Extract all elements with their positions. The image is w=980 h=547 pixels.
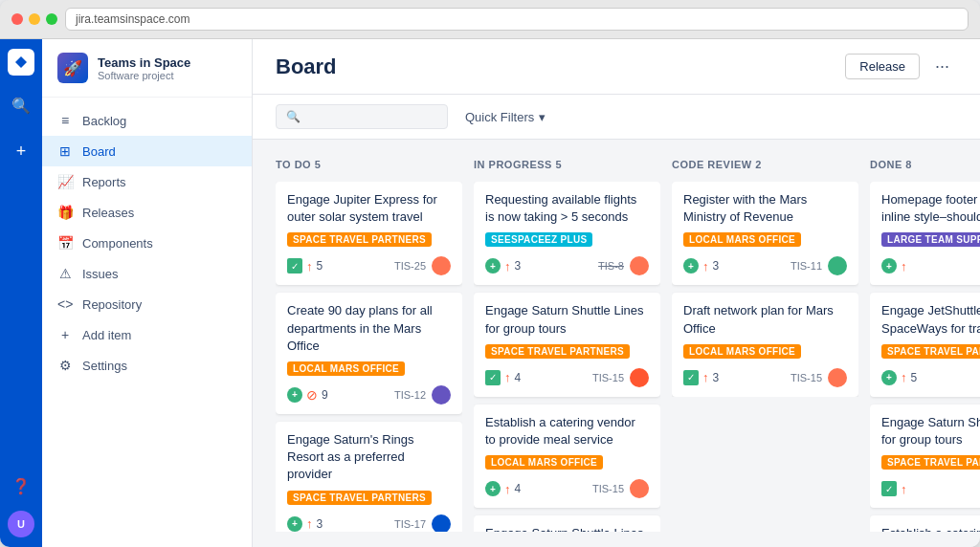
card-footer: + ↑ 3 TIS-17	[287, 514, 451, 533]
card-tis17[interactable]: Engage Saturn's Rings Resort as a prefer…	[276, 422, 462, 532]
maximize-dot[interactable]	[46, 13, 57, 25]
card-title: Register with the Mars Ministry of Reven…	[683, 191, 847, 226]
card-footer: ✓ ↑ 5 TIS-25	[287, 256, 451, 275]
card-title: Requesting available flights is now taki…	[485, 191, 649, 226]
card-avatar	[432, 385, 451, 405]
nav-help-icon[interactable]: ❓	[6, 471, 36, 501]
sidebar-item-issues[interactable]: ⚠ Issues	[42, 258, 252, 289]
sidebar-label-reports: Reports	[82, 175, 126, 189]
settings-icon: ⚙	[57, 358, 73, 373]
column-done: DONE 8 Homepage footer uses an inline st…	[870, 155, 980, 532]
priority-icon: ↑	[901, 259, 907, 274]
quick-filters-label: Quick Filters	[465, 110, 534, 124]
nav-search-icon[interactable]: 🔍	[6, 91, 36, 120]
priority-icon: ↑	[702, 259, 709, 274]
check-icon: ✓	[881, 481, 897, 496]
user-avatar[interactable]: U	[8, 511, 34, 537]
card-inprogress-shuttle2[interactable]: Engage Saturn Shuttle Lines for group to…	[474, 515, 660, 532]
priority-icon: ↑	[504, 370, 511, 384]
sidebar-label-repository: Repository	[82, 297, 142, 312]
backlog-icon: ≡	[57, 113, 73, 128]
project-icon: 🚀	[57, 53, 88, 83]
card-count: 4	[515, 482, 522, 495]
minimize-dot[interactable]	[29, 13, 40, 25]
app-logo[interactable]	[8, 49, 34, 76]
sidebar-item-board[interactable]: ⊞ Board	[42, 136, 252, 166]
plus-icon: +	[683, 258, 699, 274]
card-tis23[interactable]: Engage JetShuttle SpaceWays for travel S…	[870, 293, 980, 396]
column-done-cards: Homepage footer uses an inline style–sho…	[870, 182, 980, 532]
sidebar-label-settings: Settings	[82, 359, 127, 373]
app-container: 🔍 + ❓ U 🚀 Teams in Space Software projec…	[0, 39, 980, 547]
issues-icon: ⚠	[57, 266, 73, 281]
card-done-catering[interactable]: Establish a catering vendor to provide m…	[870, 515, 980, 532]
card-title: Establish a catering vendor to provide m…	[485, 414, 649, 449]
column-todo: TO DO 5 Engage Jupiter Express for outer…	[276, 155, 462, 532]
column-inprogress: IN PROGRESS 5 Requesting available fligh…	[474, 155, 660, 532]
card-footer: + ↑ 3 TIS-11	[683, 256, 847, 275]
quick-filters-button[interactable]: Quick Filters ▾	[457, 105, 553, 129]
card-id: TIS-12	[394, 389, 426, 401]
card-tis12[interactable]: Create 90 day plans for all departments …	[276, 293, 462, 414]
card-id: TIS-15	[592, 372, 624, 383]
sidebar-label-backlog: Backlog	[82, 114, 126, 128]
card-avatar	[630, 256, 649, 275]
card-footer: + ↑ 3 TIS-8	[485, 256, 649, 275]
project-sidebar: 🚀 Teams in Space Software project ≡ Back…	[42, 39, 253, 547]
window-controls	[11, 13, 57, 25]
card-id: TIS-11	[791, 260, 822, 272]
card-tag: LOCAL MARS OFFICE	[683, 344, 801, 359]
card-avatar	[828, 256, 847, 275]
card-tis8[interactable]: Requesting available flights is now taki…	[474, 182, 660, 285]
card-tag: SEESPACEEZ PLUS	[485, 232, 592, 247]
card-done-shuttle[interactable]: Engage Saturn Shuttle Lines for group to…	[870, 405, 980, 508]
additem-icon: +	[57, 327, 73, 342]
priority-icon: ↑	[901, 482, 907, 496]
card-footer: + ↑ TIS-68	[881, 256, 980, 275]
sidebar-item-releases[interactable]: 🎁 Releases	[42, 197, 252, 228]
reports-icon: 📈	[57, 174, 73, 189]
sidebar-item-additem[interactable]: + Add item	[42, 319, 252, 350]
priority-icon: ↑	[901, 370, 907, 384]
card-id: TIS-15	[592, 483, 624, 494]
sidebar-item-reports[interactable]: 📈 Reports	[42, 166, 252, 197]
card-title: Engage Jupiter Express for outer solar s…	[287, 191, 451, 226]
card-tis25[interactable]: Engage Jupiter Express for outer solar s…	[276, 182, 462, 285]
project-type: Software project	[98, 70, 190, 81]
priority-icon: ↑	[504, 259, 511, 274]
card-count: 3	[317, 517, 323, 531]
search-box[interactable]: 🔍	[276, 104, 448, 129]
board-icon: ⊞	[57, 143, 73, 159]
card-title: Draft network plan for Mars Office	[683, 302, 847, 337]
check-icon: ✓	[683, 370, 699, 385]
plus-icon: +	[287, 387, 302, 403]
card-tis11[interactable]: Register with the Mars Ministry of Reven…	[672, 182, 858, 285]
sidebar-item-backlog[interactable]: ≡ Backlog	[42, 105, 252, 136]
card-tis15-catering[interactable]: Establish a catering vendor to provide m…	[474, 405, 660, 508]
card-tis15-shuttle[interactable]: Engage Saturn Shuttle Lines for group to…	[474, 293, 660, 396]
release-button[interactable]: Release	[845, 54, 920, 79]
card-tis15-mars[interactable]: Draft network plan for Mars Office LOCAL…	[672, 293, 858, 396]
sidebar-item-settings[interactable]: ⚙ Settings	[42, 350, 252, 381]
check-icon: ✓	[485, 370, 501, 385]
stop-icon: ⊘	[306, 387, 318, 403]
card-tis68[interactable]: Homepage footer uses an inline style–sho…	[870, 182, 980, 285]
card-count: 5	[911, 371, 918, 384]
project-name: Teams in Space	[98, 55, 190, 70]
browser-toolbar: jira.teamsinspace.com	[0, 0, 980, 39]
board-area: TO DO 5 Engage Jupiter Express for outer…	[253, 140, 980, 547]
card-id: TIS-25	[394, 260, 426, 272]
more-button[interactable]: ···	[927, 53, 957, 80]
page-title: Board	[276, 55, 337, 79]
card-footer: ✓ ↑ 3 TIS-15	[683, 368, 847, 387]
card-tag: SPACE TRAVEL PARTNERS	[287, 491, 432, 505]
sidebar-item-repository[interactable]: <> Repository	[42, 289, 252, 319]
column-codereview-header: CODE REVIEW 2	[672, 155, 858, 174]
main-content: Board Release ··· 🔍 Quick Filters ▾	[253, 39, 980, 547]
project-header: 🚀 Teams in Space Software project	[42, 39, 252, 98]
main-header: Board Release ···	[253, 39, 980, 95]
sidebar-item-components[interactable]: 📅 Components	[42, 228, 252, 258]
nav-add-icon[interactable]: +	[11, 136, 33, 167]
close-dot[interactable]	[11, 13, 23, 25]
url-bar[interactable]: jira.teamsinspace.com	[65, 8, 969, 31]
